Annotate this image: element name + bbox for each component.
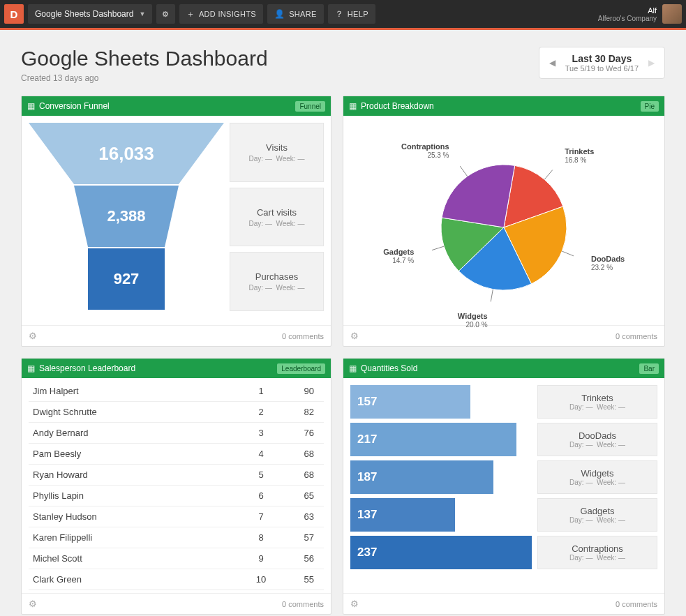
table-row: Andy Bernard376: [29, 423, 324, 444]
cell-rank: 4: [240, 444, 282, 465]
dashboard-name: Google Sheets Dashboard: [35, 9, 133, 19]
cell-score: 68: [282, 444, 324, 465]
settings-button[interactable]: ⚙: [156, 4, 174, 24]
cell-name: Dwight Schrutte: [29, 402, 240, 423]
stage-detail: Day: — Week: —: [249, 220, 305, 227]
bar-label: Widgets: [581, 468, 614, 479]
help-button[interactable]: ？ HELP: [328, 4, 375, 24]
page-subtitle: Created 13 days ago: [21, 73, 268, 83]
bar-row: 157: [350, 385, 532, 419]
cell-score: 55: [282, 569, 324, 590]
cell-score: 76: [282, 423, 324, 444]
cell-score: 63: [282, 506, 324, 527]
stage-label: Cart visits: [257, 207, 297, 218]
comments-link[interactable]: 0 comments: [282, 600, 324, 608]
stage-detail: Day: — Week: —: [249, 155, 305, 163]
table-row: Ryan Howard568: [29, 465, 324, 486]
card-settings-button[interactable]: ⚙: [350, 599, 359, 609]
card-title: Product Breakdown: [361, 101, 434, 111]
pie-chart: Trinkets16.8 %DooDads23.2 %Widgets20.0 %…: [350, 123, 657, 318]
add-insights-button[interactable]: ＋ ADD INSIGHTS: [179, 4, 263, 24]
cell-score: 56: [282, 548, 324, 569]
title-bar: Google Sheets Dashboard Created 13 days …: [21, 47, 665, 83]
bar-row: 217: [350, 423, 532, 456]
date-range-picker[interactable]: ◀ Last 30 Days Tue 5/19 to Wed 6/17 ▶: [539, 47, 665, 79]
cell-name: Michel Scott: [29, 548, 240, 569]
funnel-segment: 2,388: [74, 186, 179, 247]
card-title: Quantities Sold: [361, 363, 417, 373]
user-company: Alferoo's Company: [598, 15, 657, 22]
content-area: Google Sheets Dashboard Created 13 days …: [0, 30, 686, 616]
bar-detail: Day: — Week: —: [569, 403, 625, 411]
bar-detail: Day: — Week: —: [569, 441, 625, 449]
dashboard-dropdown[interactable]: Google Sheets Dashboard ▼: [28, 4, 152, 24]
bar-label-box: GadgetsDay: — Week: —: [537, 498, 657, 532]
cell-score: 65: [282, 486, 324, 506]
card-type-badge: Funnel: [295, 101, 325, 112]
pie-slice-label: Trinkets16.8 %: [565, 147, 620, 164]
bar-fill: 237: [350, 536, 532, 569]
cell-rank: 10: [240, 569, 282, 590]
card-salesperson-leaderboard: ▦ Salesperson Leaderboard Leaderboard Ji…: [21, 358, 331, 615]
bar-label: Contraptions: [572, 543, 623, 554]
card-title: Salesperson Leaderboard: [39, 363, 135, 373]
bar-detail: Day: — Week: —: [569, 554, 625, 562]
sheet-icon: ▦: [349, 101, 357, 111]
cell-score: 90: [282, 381, 324, 402]
bar-detail: Day: — Week: —: [569, 516, 625, 524]
cell-rank: 3: [240, 423, 282, 444]
cell-name: Karen Filippelli: [29, 527, 240, 548]
cell-score: 68: [282, 465, 324, 486]
bar-label: Gadgets: [580, 506, 614, 516]
avatar: [662, 4, 682, 24]
svg-line-2: [491, 290, 493, 302]
pie-slice-label: DooDads23.2 %: [591, 255, 647, 271]
bar-label-box: TrinketsDay: — Week: —: [537, 385, 657, 419]
card-header: ▦ Quantities Sold Bar: [343, 359, 664, 378]
cell-name: Jim Halpert: [29, 381, 240, 402]
card-settings-button[interactable]: ⚙: [29, 599, 37, 609]
leaderboard-table: Jim Halpert190Dwight Schrutte282Andy Ber…: [29, 381, 324, 590]
card-type-badge: Pie: [641, 101, 659, 112]
card-settings-button[interactable]: ⚙: [29, 331, 37, 341]
cell-name: Ryan Howard: [29, 465, 240, 486]
share-button[interactable]: 👤 SHARE: [267, 4, 324, 24]
user-menu[interactable]: Alf Alferoo's Company: [598, 4, 682, 24]
bar-labels: TrinketsDay: — Week: —DooDadsDay: — Week…: [537, 385, 657, 569]
comments-link[interactable]: 0 comments: [616, 332, 657, 340]
comments-link[interactable]: 0 comments: [616, 600, 657, 608]
table-row: Stanley Hudson763: [29, 506, 324, 527]
pie-slice-label: Gadgets14.7 %: [358, 248, 414, 264]
share-label: SHARE: [289, 10, 316, 18]
funnel-stage-stat: VisitsDay: — Week: —: [230, 123, 324, 182]
card-conversion-funnel: ▦ Conversion Funnel Funnel 16,0332,38892…: [21, 96, 331, 347]
table-row: Dwight Schrutte282: [29, 402, 324, 423]
bar-detail: Day: — Week: —: [569, 479, 625, 486]
cell-rank: 1: [240, 381, 282, 402]
funnel-stage-labels: VisitsDay: — Week: —Cart visitsDay: — We…: [230, 123, 324, 311]
sheet-icon: ▦: [27, 101, 35, 111]
card-header: ▦ Salesperson Leaderboard Leaderboard: [22, 359, 331, 378]
bar-fill: 187: [350, 460, 493, 494]
card-header: ▦ Product Breakdown Pie: [343, 96, 664, 116]
cell-name: Pam Beesly: [29, 444, 240, 465]
share-icon: 👤: [274, 9, 285, 19]
bar-fill: 157: [350, 385, 470, 419]
chevron-right-icon[interactable]: ▶: [648, 58, 655, 68]
bar-chart: 157217187137237: [350, 385, 532, 569]
bar-label-box: WidgetsDay: — Week: —: [537, 460, 657, 494]
app-logo[interactable]: D: [4, 4, 24, 24]
page-title: Google Sheets Dashboard: [21, 47, 268, 70]
stage-label: Visits: [266, 142, 288, 153]
cell-score: 82: [282, 402, 324, 423]
date-range-label: Last 30 Days: [565, 53, 639, 64]
funnel-segment: 927: [88, 248, 165, 310]
help-label: HELP: [348, 10, 368, 18]
comments-link[interactable]: 0 comments: [282, 332, 324, 340]
card-settings-button[interactable]: ⚙: [350, 331, 359, 341]
bar-label: DooDads: [579, 430, 616, 441]
chevron-left-icon[interactable]: ◀: [549, 58, 555, 68]
card-product-breakdown: ▦ Product Breakdown Pie Trinkets16.8 %Do…: [343, 96, 665, 347]
stage-detail: Day: — Week: —: [249, 284, 305, 292]
funnel-stage-stat: PurchasesDay: — Week: —: [230, 252, 324, 311]
